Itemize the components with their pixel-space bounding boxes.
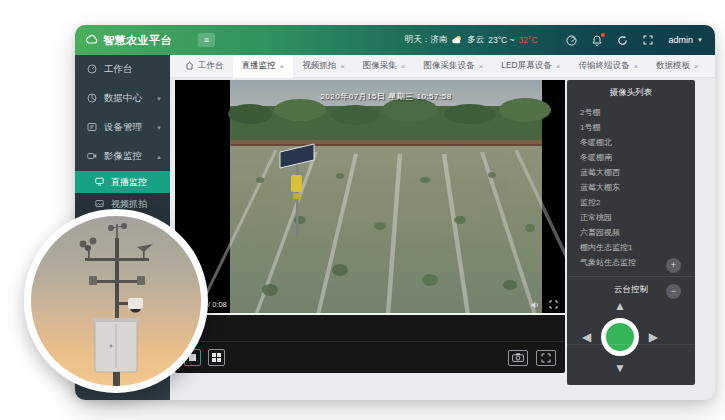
zoom-in-button[interactable]: + [666,258,681,273]
close-icon[interactable]: × [694,62,699,71]
video-progress-bar[interactable] [175,313,565,315]
sidebar-toggle-button[interactable]: ≡ [198,33,215,47]
tab-label: 工作台 [198,60,224,72]
sidebar-item-label: 数据中心 [104,92,142,105]
video-player: 2020年07月15日 星期三 10:57:58 / 0:08 [175,80,565,373]
header-actions [566,35,653,46]
camera-list-item[interactable]: 正常桃园 [567,210,695,225]
camera-list-item[interactable]: 1号棚 [567,120,695,135]
tab-label: 图像采集 [363,60,397,72]
close-icon[interactable]: × [280,62,285,71]
tab-label: 传输终端设备 [578,60,629,72]
weather-city: 明天：济南 [405,34,448,46]
sidebar-item-label: 工作台 [104,63,133,76]
chevron-up-icon: ▲ [156,154,162,160]
player-fullscreen-button[interactable] [536,350,556,366]
grid-view-icon [212,353,221,362]
ptz-dpad: ▲ ▼ ◀ ▶ [583,302,657,372]
sidebar-item-device-mgmt[interactable]: 设备管理 ▼ [75,113,170,142]
tab-label: 数据模板 [656,60,690,72]
username: admin [669,35,694,45]
hamburger-icon: ≡ [204,35,209,45]
device-icon [87,122,97,134]
video-timestamp-overlay: 2020年07月15日 星期三 10:57:58 [230,91,542,102]
tab-label: 图像采集设备 [424,60,475,72]
ptz-right-icon[interactable]: ▶ [649,331,658,343]
weather-station-illustration [31,216,201,386]
camera-list-item[interactable]: 2号棚 [567,105,695,120]
fullscreen-corners-icon [541,353,551,363]
close-icon[interactable]: × [340,62,345,71]
camera-list-item[interactable]: 蓝莓大棚西 [567,165,695,180]
tab-data-template[interactable]: 数据模板 × [647,55,708,78]
snapshot-icon [95,199,104,210]
ptz-up-icon[interactable]: ▲ [614,300,626,312]
refresh-icon[interactable] [617,35,628,46]
video-control-overlay: / 0:08 [175,295,565,313]
chevron-down-icon: ▼ [156,125,162,131]
camera-list-item[interactable]: 蓝莓大棚东 [567,180,695,195]
weather-temp-high: 32°C [519,35,538,45]
ptz-zoom-controls: + − [666,258,681,299]
pie-chart-icon [87,93,97,105]
main-content: 2020年07月15日 星期三 10:57:58 / 0:08 [170,78,715,400]
sidebar-item-data-center[interactable]: 数据中心 ▼ [75,84,170,113]
tab-live-monitor[interactable]: 直播监控 × [233,55,294,78]
zoom-out-button[interactable]: − [666,284,681,299]
tab-label: 视频抓拍 [302,60,336,72]
camera-panel: 摄像头列表 2号棚 1号棚 冬暖棚北 冬暖棚南 蓝莓大棚西 蓝莓大棚东 监控2 … [567,80,695,385]
app-title: 智慧农业平台 [103,33,172,48]
ptz-left-icon[interactable]: ◀ [582,331,591,343]
camera-icon [512,353,524,362]
notification-bell-icon[interactable] [592,35,602,46]
help-icon[interactable] [566,35,577,46]
ptz-center-button[interactable] [601,318,639,356]
sidebar-item-video-monitor[interactable]: 影像监控 ▲ [75,142,170,171]
user-menu[interactable]: admin ▼ [669,35,703,45]
app-logo: 智慧农业平台 [85,33,172,48]
sidebar-item-label: 影像监控 [104,150,142,163]
tab-label: LED屏幕设备 [501,60,552,72]
chevron-down-icon: ▼ [156,96,162,102]
tab-image-devices[interactable]: 图像采集设备 × [415,55,493,78]
grid-view-button[interactable] [208,349,225,366]
tab-region-mgmt[interactable]: 区域管理 × [708,55,715,78]
close-icon[interactable]: × [556,62,561,71]
camera-list-item[interactable]: 监控2 [567,195,695,210]
tab-workbench[interactable]: 工作台 [176,55,233,78]
weather-info: 明天：济南 多云 23°C ~ 32°C [405,34,538,46]
snapshot-button[interactable] [508,350,528,366]
camera-list-item[interactable]: 冬暖棚北 [567,135,695,150]
video-viewport[interactable]: 2020年07月15日 星期三 10:57:58 / 0:08 [175,80,565,315]
cloud-logo-icon [85,34,98,46]
sidebar-item-workbench[interactable]: 工作台 [75,55,170,84]
fullscreen-icon[interactable] [643,35,653,45]
tab-image-collect[interactable]: 图像采集 × [354,55,415,78]
volume-icon[interactable] [531,295,540,313]
camera-list-item[interactable]: 冬暖棚南 [567,150,695,165]
sidebar-subitem-live-monitor[interactable]: 直播监控 [75,171,170,193]
sidebar-item-label: 设备管理 [104,121,142,134]
sidebar-subitem-label: 直播监控 [111,176,147,189]
video-frame [230,80,542,315]
tab-led-devices[interactable]: LED屏幕设备 × [492,55,569,78]
close-icon[interactable]: × [633,62,638,71]
weather-temp-low: 23°C ~ [488,35,514,45]
camera-list-item[interactable]: 六畜园视频 [567,225,695,240]
chevron-down-icon: ▼ [697,37,703,43]
close-icon[interactable]: × [479,62,484,71]
camera-list-item[interactable]: 棚内生态监控1 [567,240,695,255]
weather-condition: 多云 [467,34,484,46]
weather-station-photo [24,209,208,393]
home-icon [185,61,194,72]
tab-video-capture[interactable]: 视频抓拍 × [293,55,354,78]
tab-transfer-devices[interactable]: 传输终端设备 × [569,55,647,78]
close-icon[interactable]: × [401,62,406,71]
player-toolbar [175,341,565,373]
field-scene [230,80,542,315]
camera-list: 2号棚 1号棚 冬暖棚北 冬暖棚南 蓝莓大棚西 蓝莓大棚东 监控2 正常桃园 六… [567,105,695,270]
notification-badge [601,33,605,37]
expand-icon[interactable] [549,295,558,313]
dashboard-icon [87,64,97,76]
ptz-down-icon[interactable]: ▼ [614,362,626,374]
